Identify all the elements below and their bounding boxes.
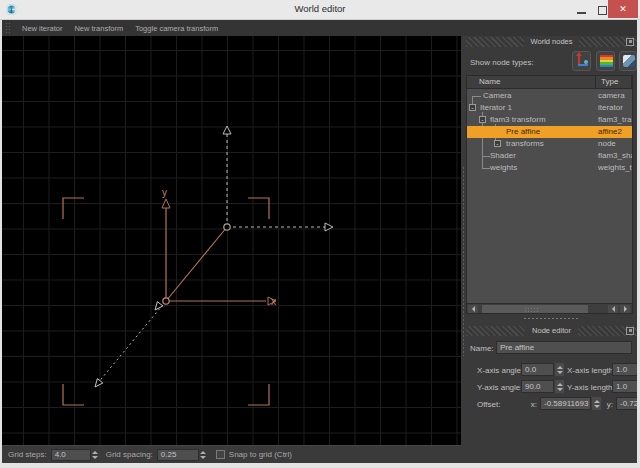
row-type: flam3_tra (598, 114, 632, 126)
grid-spacing-stepper[interactable] (199, 449, 208, 461)
parent-origin-handle[interactable] (224, 224, 230, 230)
y-axis-length-label: Y-axis length: (567, 383, 609, 392)
maximize-icon[interactable] (598, 6, 607, 15)
side-panel: World nodes Show node types: Name (466, 36, 637, 463)
y-axis-angle-stepper[interactable] (555, 380, 564, 393)
scrollbar-thumb[interactable] (482, 305, 588, 313)
tree-body: Camera camera - Iterator 1 iterator - fl… (467, 89, 632, 303)
x-axis-length-input[interactable]: 1.0 (612, 363, 637, 376)
filter-shader-nodes-button[interactable] (596, 51, 615, 71)
window-content: New iterator New transform Toggle camera… (2, 20, 637, 463)
row-type: camera (598, 90, 632, 102)
scroll-left-icon[interactable] (608, 305, 618, 313)
transform-axes-icon-hbar (578, 64, 588, 66)
new-iterator-button[interactable]: New iterator (22, 24, 62, 33)
float-panel-icon[interactable] (626, 327, 634, 335)
name-label: Name: (470, 344, 494, 353)
tree-row-flam3-transform[interactable]: - flam3 transform flam3_tra (467, 114, 632, 126)
viewport-canvas[interactable]: y x (2, 36, 461, 445)
y-axis-angle-label: Y-axis angle: (477, 383, 514, 392)
expander-icon[interactable]: - (479, 116, 486, 123)
node-editor-title: Node editor (525, 326, 578, 336)
filter-other-nodes-button[interactable] (619, 51, 637, 71)
world-nodes-title: World nodes (524, 37, 580, 47)
offset-arrow-far (95, 379, 103, 387)
world-nodes-header: World nodes (466, 37, 637, 47)
y-axis-length-input[interactable]: 1.0 (612, 380, 637, 393)
parent-x-arrow (325, 223, 333, 231)
grid-steps-label: Grid steps: (8, 450, 47, 459)
row-name: Shader (490, 150, 516, 162)
camera-bracket-bottom-right (248, 384, 269, 405)
offset-y-label: y: (603, 400, 613, 409)
tree-horizontal-scrollbar[interactable] (467, 303, 632, 313)
offset-x-stepper[interactable] (592, 397, 601, 410)
offset-x-label: x: (521, 400, 537, 409)
expander-icon[interactable]: - (469, 104, 476, 111)
grid-spacing-label: Grid spacing: (106, 450, 153, 459)
offset-y-input[interactable]: -0.720 (616, 397, 637, 410)
row-name: weights (490, 162, 517, 174)
grid-steps-input[interactable]: 4.0 (51, 449, 91, 461)
row-name: Camera (483, 90, 511, 102)
row-name: flam3 transform (490, 114, 546, 126)
snap-to-grid-label: Snap to grid (Ctrl) (229, 450, 292, 459)
minimize-icon[interactable] (577, 12, 586, 14)
toggle-camera-transform-button[interactable]: Toggle camera transform (135, 24, 218, 33)
grid-spacing-input[interactable]: 0.25 (157, 449, 199, 461)
x-axis-angle-stepper[interactable] (555, 363, 564, 376)
canvas-overlay: y x (2, 36, 461, 445)
row-type: iterator (598, 102, 632, 114)
transform-axes-icon-dot (584, 60, 588, 64)
tree-row-shader[interactable]: Shader flam3_sha (467, 150, 632, 162)
column-header-name[interactable]: Name (467, 76, 596, 89)
snap-to-grid-checkbox[interactable] (216, 450, 225, 459)
row-name: Pre affine (506, 126, 540, 138)
name-input[interactable]: Pre affine (496, 341, 632, 354)
panel-splitter-grip[interactable] (462, 166, 465, 356)
filter-transform-nodes-button[interactable] (572, 51, 591, 71)
row-type: weights_t (598, 162, 632, 174)
row-type: flam3_sha (598, 150, 632, 162)
new-transform-button[interactable]: New transform (74, 24, 123, 33)
scroll-right-icon[interactable] (620, 305, 630, 313)
node-editor-header: Node editor (466, 326, 637, 336)
toolbar-grip[interactable] (5, 22, 10, 34)
tree-row-pre-affine-selected[interactable]: Pre affine affine2 (467, 126, 632, 138)
offset-x-input[interactable]: -0.58911693 (540, 397, 591, 410)
row-name: Iterator 1 (480, 102, 512, 114)
show-node-types-label: Show node types: (470, 58, 534, 67)
transform-origin-handle[interactable] (163, 298, 169, 304)
gradient-icon-bar5 (600, 65, 613, 67)
window-title: World editor (0, 3, 640, 14)
offset-line (97, 301, 166, 384)
camera-bracket-top-right (248, 198, 269, 219)
y-axis-angle-input[interactable]: 90.0 (521, 380, 554, 393)
tree-row-weights[interactable]: weights weights_t (467, 162, 632, 174)
canvas-column: y x Grid steps: 4.0 Grid spacing: 0.25 S… (2, 36, 461, 463)
tree-row-transforms[interactable]: - transforms node (467, 138, 632, 150)
tree-row-camera[interactable]: Camera camera (467, 90, 632, 102)
tree-header: Name Type (467, 76, 632, 89)
x-axis-label: x (271, 296, 276, 307)
close-button[interactable]: ✕ (608, 0, 638, 18)
column-header-type[interactable]: Type (596, 76, 632, 89)
float-panel-icon[interactable] (626, 38, 634, 46)
expander-icon[interactable]: - (494, 140, 501, 147)
scroll-left-icon[interactable] (468, 305, 478, 313)
row-type: node (598, 138, 632, 150)
tree-row-iterator-1[interactable]: - Iterator 1 iterator (467, 102, 632, 114)
y-axis-arrow (162, 199, 170, 208)
x-axis-angle-label: X-axis angle: (477, 366, 514, 375)
offset-arrow-near (155, 302, 163, 310)
panel-horizontal-splitter[interactable] (523, 317, 579, 321)
camera-bracket-top-left (63, 198, 84, 219)
world-nodes-tree: Name Type Camera (466, 75, 633, 314)
main-area: y x Grid steps: 4.0 Grid spacing: 0.25 S… (2, 36, 637, 463)
grid-steps-stepper[interactable] (91, 449, 100, 461)
x-axis-angle-input[interactable]: 0.0 (521, 363, 554, 376)
origin-link-line (166, 227, 227, 301)
title-bar: World editor ✕ (0, 0, 640, 20)
x-axis-length-label: X-axis length: (567, 366, 609, 375)
parent-y-arrow (223, 126, 231, 134)
